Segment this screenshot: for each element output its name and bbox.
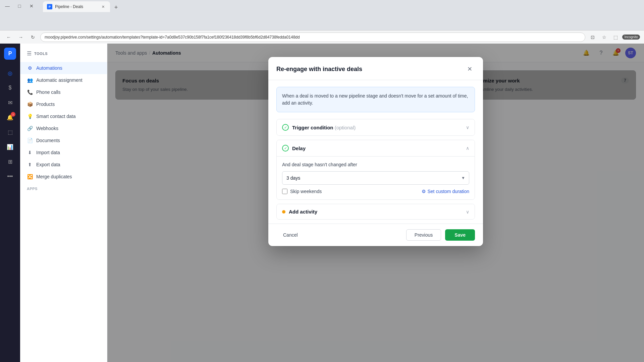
sidebar-icon-leads[interactable]: ◎ — [3, 66, 17, 80]
sidebar-item-smart-contact-data[interactable]: 💡 Smart contact data — [20, 110, 107, 122]
trigger-label: Trigger condition (optional) — [292, 125, 463, 130]
main-content: Tools and apps / Automations 🔔 ? 🔔 9 ST … — [107, 44, 644, 362]
maximize-button[interactable]: □ — [15, 1, 24, 11]
tab-bar: P Pipeline - Deals ✕ + — [40, 0, 641, 12]
tab-favicon: P — [47, 4, 52, 9]
delay-select[interactable]: 1 day 2 days 3 days 5 days 7 days 14 day… — [282, 171, 469, 185]
new-tab-button[interactable]: + — [111, 3, 121, 12]
sidebar-item-documents-label: Documents — [36, 138, 60, 143]
sidebar-item-export-data[interactable]: ⬆ Export data — [20, 159, 107, 171]
address-input[interactable] — [40, 33, 585, 42]
window-close-button[interactable]: ✕ — [27, 1, 36, 11]
sidebar-icon-grid[interactable]: ⊞ — [3, 155, 17, 168]
add-activity-accordion: Add activity ∨ — [276, 204, 475, 220]
delay-chevron-icon: ∧ — [466, 145, 469, 151]
bookmark-icon[interactable]: ☆ — [599, 33, 609, 42]
refresh-button[interactable]: ↻ — [28, 33, 38, 42]
export-icon: ⬆ — [27, 162, 33, 168]
modal-title: Re-engage with inactive deals — [276, 66, 362, 73]
cancel-button[interactable]: Cancel — [276, 230, 305, 240]
app-logo: P — [4, 48, 16, 60]
tab-close-button[interactable]: ✕ — [100, 4, 106, 10]
sidebar-item-automatic-assignment-label: Automatic assignment — [36, 77, 83, 83]
sidebar-item-products-label: Products — [36, 102, 55, 107]
delay-description: And deal stage hasn't changed after — [282, 162, 469, 167]
sidebar-icon-insights[interactable]: 📊 — [3, 140, 17, 154]
trigger-condition-header[interactable]: ✓ Trigger condition (optional) ∨ — [277, 119, 475, 135]
sidebar-item-import-label: Import data — [36, 150, 60, 155]
import-icon: ⬇ — [27, 149, 33, 156]
delay-select-wrapper: 1 day 2 days 3 days 5 days 7 days 14 day… — [282, 171, 469, 185]
webhooks-icon: 🔗 — [27, 125, 33, 131]
back-button[interactable]: ← — [4, 33, 13, 42]
sidebar-item-export-label: Export data — [36, 162, 60, 167]
sidebar-item-merge-duplicates[interactable]: 🔀 Merge duplicates — [20, 171, 107, 183]
sidebar-icon-activities[interactable]: 🔔 1 — [3, 111, 17, 124]
window-controls[interactable]: — □ ✕ — [3, 1, 36, 11]
tools-header: ☰ TOOLS — [20, 50, 107, 62]
modal-description: When a deal is moved to a new pipeline s… — [276, 87, 475, 112]
trigger-condition-accordion: ✓ Trigger condition (optional) ∨ — [276, 119, 475, 136]
modal-header: Re-engage with inactive deals ✕ — [268, 57, 483, 80]
modal-dialog: Re-engage with inactive deals ✕ When a d… — [268, 57, 483, 246]
modal-overlay: Re-engage with inactive deals ✕ When a d… — [107, 44, 644, 362]
activities-badge: 1 — [11, 112, 15, 117]
modal-body: When a deal is moved to a new pipeline s… — [268, 80, 483, 224]
products-icon: 📦 — [27, 101, 33, 107]
modal-close-button[interactable]: ✕ — [464, 64, 475, 74]
delay-header[interactable]: ✓ Delay ∧ — [277, 140, 475, 156]
automatic-assignment-icon: 👥 — [27, 77, 33, 83]
sidebar-item-documents[interactable]: 📄 Documents — [20, 134, 107, 146]
app-layout: P ◎ $ ✉ 🔔 1 ⬚ 📊 ⊞ ••• ☰ TOOLS ⚙ Automati… — [0, 44, 644, 362]
sidebar-icon-contacts[interactable]: $ — [3, 81, 17, 95]
forward-button[interactable]: → — [16, 33, 25, 42]
sidebar-item-import-data[interactable]: ⬇ Import data — [20, 146, 107, 159]
modal-footer-right: Previous Save — [406, 229, 475, 241]
add-activity-header[interactable]: Add activity ∨ — [277, 204, 475, 219]
trigger-check-icon: ✓ — [282, 124, 289, 131]
sidebar-item-automations-label: Automations — [36, 65, 62, 71]
minimize-button[interactable]: — — [3, 1, 12, 11]
tab-title: Pipeline - Deals — [55, 4, 97, 9]
trigger-optional: (optional) — [335, 125, 356, 130]
custom-duration-text: Set custom duration — [427, 189, 469, 194]
profile-icon[interactable]: ⬚ — [611, 33, 620, 42]
sidebar-item-phone-calls-label: Phone calls — [36, 89, 60, 95]
apps-section-label: APPS — [20, 183, 107, 193]
sidebar-item-phone-calls[interactable]: 📞 Phone calls — [20, 86, 107, 98]
merge-icon: 🔀 — [27, 174, 33, 180]
set-custom-duration-link[interactable]: ⚙ Set custom duration — [422, 189, 469, 194]
browser-actions: ⊡ ☆ ⬚ Incognito — [588, 33, 640, 42]
sidebar-icon-calendar[interactable]: ⬚ — [3, 125, 17, 139]
delay-check-icon: ✓ — [282, 145, 289, 152]
phone-calls-icon: 📞 — [27, 89, 33, 95]
custom-duration-settings-icon: ⚙ — [422, 189, 426, 194]
sidebar-item-products[interactable]: 📦 Products — [20, 98, 107, 110]
sidebar-item-webhooks[interactable]: 🔗 Webhooks — [20, 122, 107, 134]
address-bar-row: ← → ↻ ⊡ ☆ ⬚ Incognito — [0, 30, 644, 44]
extension-icon[interactable]: ⊡ — [588, 33, 597, 42]
incognito-label: Incognito — [622, 35, 640, 40]
sidebar-item-smart-contact-label: Smart contact data — [36, 114, 76, 119]
delay-accordion: ✓ Delay ∧ And deal stage hasn't changed … — [276, 140, 475, 200]
automations-icon: ⚙ — [27, 65, 33, 71]
sidebar-icon-more[interactable]: ••• — [3, 170, 17, 183]
skip-weekends-row: Skip weekends ⚙ Set custom duration — [282, 189, 469, 194]
smart-contact-icon: 💡 — [27, 113, 33, 119]
sidebar-item-automations[interactable]: ⚙ Automations — [20, 62, 107, 74]
active-tab[interactable]: P Pipeline - Deals ✕ — [43, 1, 110, 12]
delay-body: And deal stage hasn't changed after 1 da… — [277, 156, 475, 199]
browser-chrome: — □ ✕ P Pipeline - Deals ✕ + — [0, 0, 644, 30]
sidebar-menu-button[interactable]: ☰ — [27, 50, 32, 57]
previous-button[interactable]: Previous — [406, 229, 441, 241]
sidebar-item-webhooks-label: Webhooks — [36, 126, 58, 131]
sidebar-item-automatic-assignment[interactable]: 👥 Automatic assignment — [20, 74, 107, 86]
skip-weekends-checkbox[interactable] — [282, 189, 287, 194]
documents-icon: 📄 — [27, 137, 33, 143]
sidebar-icon-email[interactable]: ✉ — [3, 96, 17, 109]
tools-label: TOOLS — [34, 52, 48, 56]
title-bar: — □ ✕ P Pipeline - Deals ✕ + — [0, 0, 644, 12]
delay-label-text: Delay — [292, 145, 463, 151]
modal-footer: Cancel Previous Save — [268, 224, 483, 246]
save-button[interactable]: Save — [445, 229, 475, 241]
